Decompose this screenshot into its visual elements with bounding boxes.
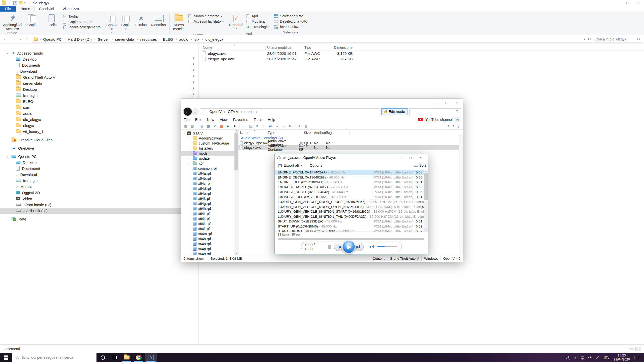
sidebar-item-downloads[interactable]: ↓ Download xyxy=(0,68,198,74)
scrollbar-thumb[interactable] xyxy=(234,133,238,170)
view-thumbnails-button[interactable] xyxy=(635,347,640,351)
list-scrollbar[interactable]: ∧ xyxy=(459,135,463,255)
customize-qat-caret-icon[interactable]: ▾ xyxy=(24,2,25,4)
sidebar-item-local-disk-c[interactable]: Disco locale (C:) xyxy=(0,202,198,208)
paste-shortcut-button[interactable]: Incolla collegamento xyxy=(61,25,102,29)
add-icon[interactable]: + xyxy=(297,123,302,129)
edit-mode-button[interactable]: Edit mode xyxy=(381,108,408,115)
sidebar-item-this-pc[interactable]: ∨ Questo PC xyxy=(0,153,198,159)
history-button[interactable]: ↺ Cronologia xyxy=(245,24,270,29)
openiv-breadcrumb[interactable]: OpenIV › GTA V › mods › xyxy=(200,108,380,115)
tree-item-x64q-rpf[interactable]: x64q.rpf xyxy=(181,251,238,255)
maximize-button[interactable]: □ xyxy=(622,0,633,6)
open-archive-icon[interactable]: ▥ xyxy=(190,123,195,129)
export-all-button[interactable]: Export all ▾ xyxy=(277,163,304,168)
openiv-file-elegyx-awc[interactable]: elegyx.awc Audio Wave Container 3.149 KB… xyxy=(238,145,463,150)
maximize-button[interactable]: □ xyxy=(406,154,416,161)
tree-item-x64p-rpf[interactable]: x64p.rpf xyxy=(181,246,238,251)
track-door-open[interactable]: LUXURY_GEN_VEHICLE_DOOR_OPEN (0x1A5044C4… xyxy=(275,204,428,209)
new-folder-quick-icon[interactable] xyxy=(19,2,22,4)
select-all-button[interactable]: Seleziona tutto xyxy=(273,14,308,18)
column-header-size[interactable]: Dimensione xyxy=(332,45,354,50)
console-icon[interactable]: ■ xyxy=(232,123,237,129)
sidebar-item-server-data[interactable]: server-data xyxy=(0,80,198,86)
condividi[interactable]: Condividi xyxy=(35,6,58,12)
properties-quick-icon[interactable]: ✓ xyxy=(13,1,17,5)
sidebar-item-cars[interactable]: cars xyxy=(0,104,198,110)
export-icon[interactable]: ⇄ xyxy=(268,123,273,129)
import-icon[interactable]: → xyxy=(274,123,279,129)
minimize-button[interactable]: — xyxy=(611,0,622,6)
tree-item-x64o-rpf[interactable]: x64o.rpf xyxy=(181,241,238,246)
tree-item-mods[interactable]: mods xyxy=(181,151,238,156)
tree-item-x64[interactable]: › x64 xyxy=(181,161,238,166)
sidebar-item-pc-3d-objects[interactable]: Oggetti 3D xyxy=(0,190,198,196)
close-button[interactable]: × xyxy=(416,154,426,161)
invert-selection-button[interactable]: Inverti selezione xyxy=(273,24,308,29)
pen-icon[interactable] xyxy=(594,356,601,359)
column-header-tags[interactable]: Tags xyxy=(325,131,350,135)
people-icon[interactable] xyxy=(564,356,571,359)
rename-icon[interactable]: ▭ xyxy=(281,123,286,129)
minimize-button[interactable]: — xyxy=(430,101,441,105)
home[interactable]: Home xyxy=(16,6,35,12)
options-button[interactable]: Options xyxy=(308,163,324,168)
breadcrumb-segment[interactable]: mods › xyxy=(243,109,258,114)
new-item-button[interactable]: Nuovo elemento▾ xyxy=(187,14,225,18)
breadcrumb-segment[interactable]: › audio xyxy=(175,37,190,42)
track-exhaust-idle[interactable]: EXHAUST_IDLE (0x179DDCAA) - 32.000 Hz PC… xyxy=(275,195,428,200)
breadcrumb-segment[interactable]: › Server xyxy=(94,37,110,42)
tree-item-addonspawner[interactable]: › AddonSpawner xyxy=(181,136,238,141)
back-button[interactable]: ← xyxy=(183,107,192,116)
deselect-all-button[interactable]: Deseleziona tutto xyxy=(273,19,308,24)
next-track-button[interactable]: ▶ xyxy=(356,245,360,249)
tree-item-x64k-rpf[interactable]: x64k.rpf xyxy=(181,221,238,226)
tree-item-x64a-rpf[interactable]: x64a.rpf xyxy=(181,171,238,176)
sidebar-item-dlc-elegyx[interactable]: dlc_elegyx xyxy=(0,116,198,122)
copy-to-button[interactable]: Copia in▾ xyxy=(119,13,133,35)
youtube-channel-link[interactable]: YouTube channel xyxy=(425,118,453,122)
tree-item-x64m-rpf[interactable]: x64m.rpf xyxy=(181,231,238,236)
sidebar-item-pc-downloads[interactable]: ↓ Download xyxy=(0,171,198,177)
track-start-up[interactable]: START_UP (0x1D64B840) - 48.000 Hz PCM (1… xyxy=(275,224,428,229)
track-engine-decel[interactable]: ENGINE_DECEL (0x18648298) - 48.000 Hz PC… xyxy=(275,175,428,180)
track-exhaust-accel[interactable]: EXHAUST_ACCEL (0x03AB9171) - 48.000 Hz P… xyxy=(275,185,428,190)
up-button[interactable]: ↑ xyxy=(24,36,30,42)
copy-button[interactable]: Copia xyxy=(22,13,42,28)
column-header-modified[interactable]: Ultima modifica xyxy=(266,45,303,50)
breadcrumb-segment[interactable]: OpenIV › xyxy=(208,109,226,114)
column-header-type[interactable]: Tipo xyxy=(303,45,332,50)
breadcrumb-segment[interactable]: › ELEG xyxy=(159,37,174,42)
language-indicator[interactable]: ITA xyxy=(602,356,611,359)
view-details-button[interactable] xyxy=(629,347,634,351)
hidden-icons-chevron[interactable]: ∧ xyxy=(572,356,578,359)
new-page-icon[interactable]: ▯ xyxy=(303,123,309,129)
tree-item-x64f-rpf[interactable]: x64f.rpf xyxy=(181,196,238,201)
tree-item-x64j-rpf[interactable]: x64j.rpf xyxy=(181,216,238,221)
sidebar-item-desktop-2[interactable]: Desktop xyxy=(0,86,198,92)
maximize-button[interactable]: □ xyxy=(441,101,452,105)
taskbar-file-explorer[interactable] xyxy=(121,353,133,362)
file-row-elegyx-awc[interactable]: elegyx.awc 28/04/2020 16:01 File AWC 3.1… xyxy=(201,51,644,56)
copy-path-button[interactable]: Copia percorso xyxy=(61,20,102,24)
package-icon[interactable]: ▦ xyxy=(206,123,211,129)
track-door-close[interactable]: LUXURY_GEN_VEHICLE_DOOR_CLOSE (0x048C6F5… xyxy=(275,199,428,204)
sidebar-item-hard-disk-d[interactable]: Hard Disk (D:) xyxy=(0,208,198,214)
address-history-caret-icon[interactable]: ∨ xyxy=(584,38,586,40)
edit-file-icon[interactable]: ▱ xyxy=(242,123,247,129)
tree-item-x64h-rpf[interactable]: x64h.rpf xyxy=(181,206,238,211)
tree-item-x64d-rpf[interactable]: x64d.rpf xyxy=(181,186,238,191)
close-button[interactable]: × xyxy=(452,101,463,105)
column-header-name[interactable]: ∧ Name xyxy=(238,131,266,135)
tree-item-x64e-rpf[interactable]: x64e.rpf xyxy=(181,191,238,196)
sidebar-item-onedrive[interactable]: ☁ OneDrive xyxy=(0,145,198,151)
toolbar-divider[interactable] xyxy=(239,124,239,128)
volume-slider[interactable] xyxy=(377,246,397,247)
taskbar-openiv[interactable]: IV xyxy=(145,353,157,362)
sidebar-item-quick-access[interactable]: ∨ ★ Accesso rapido xyxy=(0,50,198,56)
pin-to-quick-access-button[interactable]: Aggiungi ad Accesso rapido xyxy=(3,13,22,36)
sidebar-item-creative-cloud-files[interactable]: Creative Cloud Files xyxy=(0,137,198,143)
breadcrumb-segment[interactable]: › dlc_elegyx xyxy=(201,37,225,42)
tree-item-x64n-rpf[interactable]: x64n.rpf xyxy=(181,236,238,241)
tree-item-x64i-rpf[interactable]: x64i.rpf xyxy=(181,211,238,216)
